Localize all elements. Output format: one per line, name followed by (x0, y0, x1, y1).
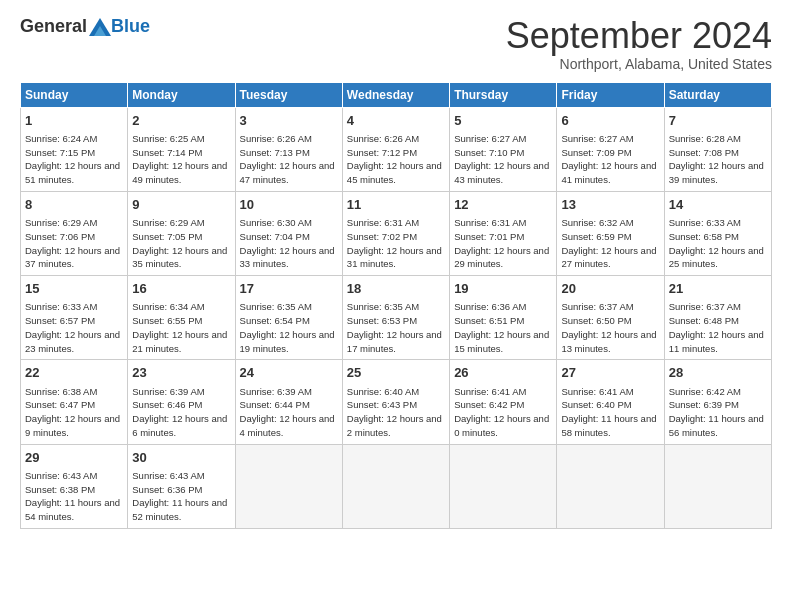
day-number: 17 (240, 280, 338, 298)
logo-text: General Blue (20, 16, 150, 37)
day-number: 30 (132, 449, 230, 467)
day-number: 7 (669, 112, 767, 130)
calendar-cell: 18Sunrise: 6:35 AM Sunset: 6:53 PM Dayli… (342, 276, 449, 360)
logo-icon (89, 18, 111, 36)
calendar-cell: 14Sunrise: 6:33 AM Sunset: 6:58 PM Dayli… (664, 191, 771, 275)
day-number: 3 (240, 112, 338, 130)
day-info: Sunrise: 6:26 AM Sunset: 7:13 PM Dayligh… (240, 132, 338, 187)
day-info: Sunrise: 6:33 AM Sunset: 6:57 PM Dayligh… (25, 300, 123, 355)
day-info: Sunrise: 6:31 AM Sunset: 7:01 PM Dayligh… (454, 216, 552, 271)
logo-blue: Blue (111, 16, 150, 37)
day-number: 19 (454, 280, 552, 298)
day-number: 1 (25, 112, 123, 130)
calendar-cell: 25Sunrise: 6:40 AM Sunset: 6:43 PM Dayli… (342, 360, 449, 444)
calendar-cell: 16Sunrise: 6:34 AM Sunset: 6:55 PM Dayli… (128, 276, 235, 360)
calendar-cell: 23Sunrise: 6:39 AM Sunset: 6:46 PM Dayli… (128, 360, 235, 444)
col-tuesday: Tuesday (235, 82, 342, 107)
day-info: Sunrise: 6:39 AM Sunset: 6:46 PM Dayligh… (132, 385, 230, 440)
calendar-cell: 5Sunrise: 6:27 AM Sunset: 7:10 PM Daylig… (450, 107, 557, 191)
day-info: Sunrise: 6:27 AM Sunset: 7:09 PM Dayligh… (561, 132, 659, 187)
day-info: Sunrise: 6:37 AM Sunset: 6:50 PM Dayligh… (561, 300, 659, 355)
header-row: Sunday Monday Tuesday Wednesday Thursday… (21, 82, 772, 107)
day-info: Sunrise: 6:41 AM Sunset: 6:40 PM Dayligh… (561, 385, 659, 440)
day-number: 22 (25, 364, 123, 382)
day-number: 8 (25, 196, 123, 214)
day-info: Sunrise: 6:42 AM Sunset: 6:39 PM Dayligh… (669, 385, 767, 440)
col-saturday: Saturday (664, 82, 771, 107)
col-wednesday: Wednesday (342, 82, 449, 107)
day-number: 13 (561, 196, 659, 214)
day-info: Sunrise: 6:27 AM Sunset: 7:10 PM Dayligh… (454, 132, 552, 187)
day-number: 26 (454, 364, 552, 382)
logo-general: General (20, 16, 87, 37)
day-number: 27 (561, 364, 659, 382)
day-number: 25 (347, 364, 445, 382)
title-section: September 2024 Northport, Alabama, Unite… (506, 16, 772, 72)
day-info: Sunrise: 6:36 AM Sunset: 6:51 PM Dayligh… (454, 300, 552, 355)
day-info: Sunrise: 6:24 AM Sunset: 7:15 PM Dayligh… (25, 132, 123, 187)
calendar-cell: 17Sunrise: 6:35 AM Sunset: 6:54 PM Dayli… (235, 276, 342, 360)
col-sunday: Sunday (21, 82, 128, 107)
col-monday: Monday (128, 82, 235, 107)
calendar-cell: 12Sunrise: 6:31 AM Sunset: 7:01 PM Dayli… (450, 191, 557, 275)
day-info: Sunrise: 6:28 AM Sunset: 7:08 PM Dayligh… (669, 132, 767, 187)
page: General Blue September 2024 Northport, A… (0, 0, 792, 539)
day-number: 6 (561, 112, 659, 130)
day-number: 24 (240, 364, 338, 382)
day-number: 16 (132, 280, 230, 298)
day-number: 20 (561, 280, 659, 298)
day-number: 14 (669, 196, 767, 214)
calendar-cell: 11Sunrise: 6:31 AM Sunset: 7:02 PM Dayli… (342, 191, 449, 275)
calendar-table: Sunday Monday Tuesday Wednesday Thursday… (20, 82, 772, 529)
location-subtitle: Northport, Alabama, United States (506, 56, 772, 72)
calendar-cell: 20Sunrise: 6:37 AM Sunset: 6:50 PM Dayli… (557, 276, 664, 360)
calendar-cell: 19Sunrise: 6:36 AM Sunset: 6:51 PM Dayli… (450, 276, 557, 360)
day-number: 9 (132, 196, 230, 214)
logo: General Blue (20, 16, 150, 37)
day-number: 12 (454, 196, 552, 214)
day-number: 23 (132, 364, 230, 382)
calendar-cell: 6Sunrise: 6:27 AM Sunset: 7:09 PM Daylig… (557, 107, 664, 191)
day-info: Sunrise: 6:33 AM Sunset: 6:58 PM Dayligh… (669, 216, 767, 271)
week-row-5: 29Sunrise: 6:43 AM Sunset: 6:38 PM Dayli… (21, 444, 772, 528)
day-info: Sunrise: 6:35 AM Sunset: 6:53 PM Dayligh… (347, 300, 445, 355)
week-row-2: 8Sunrise: 6:29 AM Sunset: 7:06 PM Daylig… (21, 191, 772, 275)
calendar-cell (557, 444, 664, 528)
calendar-cell: 21Sunrise: 6:37 AM Sunset: 6:48 PM Dayli… (664, 276, 771, 360)
day-number: 4 (347, 112, 445, 130)
col-thursday: Thursday (450, 82, 557, 107)
day-info: Sunrise: 6:43 AM Sunset: 6:36 PM Dayligh… (132, 469, 230, 524)
week-row-4: 22Sunrise: 6:38 AM Sunset: 6:47 PM Dayli… (21, 360, 772, 444)
calendar-cell: 28Sunrise: 6:42 AM Sunset: 6:39 PM Dayli… (664, 360, 771, 444)
day-info: Sunrise: 6:43 AM Sunset: 6:38 PM Dayligh… (25, 469, 123, 524)
calendar-cell: 29Sunrise: 6:43 AM Sunset: 6:38 PM Dayli… (21, 444, 128, 528)
calendar-cell: 9Sunrise: 6:29 AM Sunset: 7:05 PM Daylig… (128, 191, 235, 275)
month-title: September 2024 (506, 16, 772, 56)
day-info: Sunrise: 6:32 AM Sunset: 6:59 PM Dayligh… (561, 216, 659, 271)
day-info: Sunrise: 6:37 AM Sunset: 6:48 PM Dayligh… (669, 300, 767, 355)
calendar-cell: 7Sunrise: 6:28 AM Sunset: 7:08 PM Daylig… (664, 107, 771, 191)
calendar-cell (664, 444, 771, 528)
day-info: Sunrise: 6:40 AM Sunset: 6:43 PM Dayligh… (347, 385, 445, 440)
calendar-header: Sunday Monday Tuesday Wednesday Thursday… (21, 82, 772, 107)
day-number: 28 (669, 364, 767, 382)
calendar-cell: 2Sunrise: 6:25 AM Sunset: 7:14 PM Daylig… (128, 107, 235, 191)
calendar-cell: 3Sunrise: 6:26 AM Sunset: 7:13 PM Daylig… (235, 107, 342, 191)
day-number: 21 (669, 280, 767, 298)
calendar-cell: 24Sunrise: 6:39 AM Sunset: 6:44 PM Dayli… (235, 360, 342, 444)
calendar-cell: 1Sunrise: 6:24 AM Sunset: 7:15 PM Daylig… (21, 107, 128, 191)
calendar-cell: 26Sunrise: 6:41 AM Sunset: 6:42 PM Dayli… (450, 360, 557, 444)
day-info: Sunrise: 6:38 AM Sunset: 6:47 PM Dayligh… (25, 385, 123, 440)
calendar-cell (235, 444, 342, 528)
day-number: 11 (347, 196, 445, 214)
calendar-cell: 27Sunrise: 6:41 AM Sunset: 6:40 PM Dayli… (557, 360, 664, 444)
calendar-cell: 10Sunrise: 6:30 AM Sunset: 7:04 PM Dayli… (235, 191, 342, 275)
calendar-cell (450, 444, 557, 528)
calendar-cell: 15Sunrise: 6:33 AM Sunset: 6:57 PM Dayli… (21, 276, 128, 360)
calendar-cell: 4Sunrise: 6:26 AM Sunset: 7:12 PM Daylig… (342, 107, 449, 191)
calendar-cell: 13Sunrise: 6:32 AM Sunset: 6:59 PM Dayli… (557, 191, 664, 275)
day-number: 5 (454, 112, 552, 130)
day-info: Sunrise: 6:30 AM Sunset: 7:04 PM Dayligh… (240, 216, 338, 271)
day-info: Sunrise: 6:29 AM Sunset: 7:05 PM Dayligh… (132, 216, 230, 271)
week-row-1: 1Sunrise: 6:24 AM Sunset: 7:15 PM Daylig… (21, 107, 772, 191)
